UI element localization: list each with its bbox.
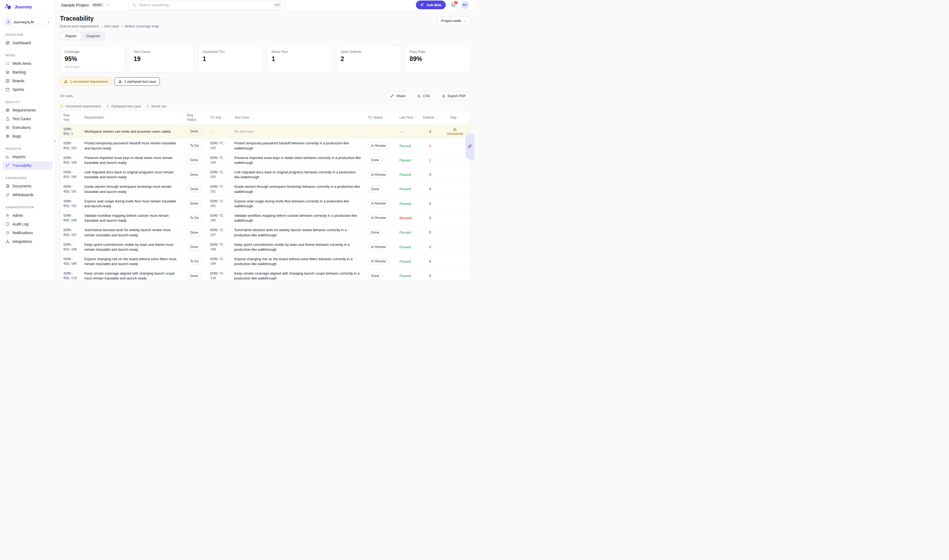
defects-cell: 1	[420, 138, 440, 153]
sidebar-item-bugs[interactable]: Bugs	[3, 132, 53, 140]
column-header-last-run[interactable]: Last Run↑↓	[396, 111, 420, 125]
table-row[interactable]: DEMO-REQ-109Expose changing risk on the …	[60, 254, 470, 269]
test-cases-icon	[5, 117, 10, 121]
last-run-cell: Passed	[396, 153, 420, 168]
project-selector[interactable]: Sample Project DEMO	[61, 3, 110, 7]
sidebar-item-audit-log[interactable]: Audit Log	[3, 220, 53, 228]
scope-selector[interactable]: Project-wide	[437, 17, 470, 25]
global-search[interactable]: ⌘K	[129, 0, 285, 10]
search-input[interactable]	[139, 3, 271, 7]
req-key-cell: DEMO-REQ-105	[60, 168, 81, 182]
req-status-badge: To Do	[187, 258, 202, 265]
gap-cell	[440, 182, 470, 197]
requirement-cell: Validate workflow mapping before cutover…	[81, 211, 183, 225]
sidebar-item-sprints[interactable]: Sprints	[3, 85, 53, 94]
table-row[interactable]: DEMO-REQ-110Keep smoke coverage aligned …	[60, 269, 470, 280]
sidebar-item-requirements[interactable]: Requirements	[3, 106, 53, 114]
table-row[interactable]: DEMO-REQ-105Link migrated docs back to o…	[60, 168, 470, 182]
tc-status-badge: In Review	[368, 244, 389, 251]
workspace-selector[interactable]: J JourneyALM	[3, 17, 53, 26]
ai-assistant-tab[interactable]	[465, 134, 474, 160]
column-header-test-case[interactable]: Test Case↑↓	[231, 111, 365, 125]
sidebar-item-admin[interactable]: Admin	[3, 211, 53, 220]
req-status-badge: Done	[187, 171, 201, 178]
chevron-updown-icon	[47, 20, 50, 24]
alert-chip-warning[interactable]: 1 uncovered requirement	[60, 77, 112, 86]
user-avatar[interactable]: RT	[461, 1, 469, 9]
export-pdf-button[interactable]: Export PDF	[437, 92, 470, 100]
table-row[interactable]: DEMO-REQ-108Keep sprint commitments visi…	[60, 240, 470, 254]
ask-bob-button[interactable]: Ask Bob	[416, 0, 446, 9]
requirement-cell: Guide owners through workspace bootstrap…	[81, 182, 183, 197]
table-row[interactable]: DEMO-REQ-1Workspace owners can invite an…	[60, 125, 470, 138]
sort-icon[interactable]: ↑↓	[76, 116, 78, 119]
sort-icon[interactable]: ↑↓	[435, 116, 437, 119]
sidebar-item-label: Requirements	[12, 108, 36, 112]
chevron-down-icon	[106, 3, 110, 7]
defects-count: 1	[429, 144, 431, 148]
tab-diagram[interactable]: Diagram	[82, 32, 105, 40]
table-toolbar: 20 rows Share CSV	[60, 92, 470, 100]
notifications-button[interactable]: 7	[451, 2, 456, 8]
sidebar-item-notifications[interactable]: Notifications	[3, 228, 53, 237]
sidebar-item-label: Integrations	[12, 240, 32, 244]
stat-label: Pass Rate	[410, 50, 465, 54]
tab-report[interactable]: Report	[61, 32, 81, 40]
req-key: DEMO-REQ-102	[63, 199, 78, 209]
tc-key-cell: DEMO-TC-104	[207, 153, 231, 168]
sort-icon[interactable]: ↑↓	[202, 116, 203, 119]
legend-dot	[146, 105, 149, 108]
test-case-cell: Expose seat usage during invite flow beh…	[231, 197, 365, 211]
column-header-gap[interactable]: Gap↑↓	[440, 111, 470, 125]
last-run-status: Passed	[399, 230, 411, 234]
table-row[interactable]: DEMO-REQ-102Expose seat usage during inv…	[60, 197, 470, 211]
sidebar-item-integrations[interactable]: Integrations	[3, 237, 53, 246]
column-header-req-key[interactable]: Req Key↑↓	[60, 111, 81, 125]
sort-icon[interactable]: ↑↓	[384, 116, 386, 119]
test-case-cell: Validate workflow mapping before cutover…	[231, 211, 365, 225]
share-button[interactable]: Share	[386, 92, 410, 100]
sidebar-item-boards[interactable]: Boards	[3, 77, 53, 85]
sidebar-item-reports[interactable]: Reports	[3, 152, 53, 161]
table-row[interactable]: DEMO-REQ-103Protect temporary-password h…	[60, 138, 470, 153]
tc-status-badge: Done	[368, 229, 382, 236]
csv-label: CSV	[423, 94, 430, 98]
sort-icon[interactable]: ↑↓	[223, 116, 225, 119]
sort-icon[interactable]: ↑↓	[414, 116, 416, 119]
column-header-tc-key[interactable]: TC Key↑↓	[207, 111, 231, 125]
column-header-tc-status[interactable]: TC Status↑↓	[365, 111, 396, 125]
csv-button[interactable]: CSV	[413, 92, 434, 100]
table-row[interactable]: DEMO-REQ-104Preserve imported issue keys…	[60, 153, 470, 168]
table-row[interactable]: DEMO-REQ-101Guide owners through workspa…	[60, 182, 470, 197]
sidebar-item-work-items[interactable]: Work Items	[3, 59, 53, 68]
sidebar-item-test-cases[interactable]: Test Cases	[3, 114, 53, 123]
req-status-badge: To Do	[187, 142, 202, 149]
column-header-req-status[interactable]: Req Status↑↓	[183, 111, 207, 125]
table-row[interactable]: DEMO-REQ-107Summarise blocked work for w…	[60, 225, 470, 240]
requirement-cell: Protect temporary-password handoff must …	[81, 138, 183, 153]
sidebar-item-documents[interactable]: Documents	[3, 182, 53, 191]
sidebar-item-executions[interactable]: Executions	[3, 123, 53, 132]
sidebar-item-label: Audit Log	[12, 222, 28, 226]
sidebar-item-traceability[interactable]: Traceability	[3, 161, 53, 170]
sidebar-collapse-button[interactable]	[53, 135, 58, 146]
topbar-right: Ask Bob 7 RT	[416, 0, 469, 9]
column-header-defects[interactable]: Defects↑↓	[420, 111, 440, 125]
brand-logo: Journey	[0, 0, 55, 14]
column-header-requirement[interactable]: Requirement↑↓	[81, 111, 183, 125]
sort-icon[interactable]: ↑↓	[105, 116, 107, 119]
alert-chip-neutral[interactable]: 1 orphaned test case	[114, 77, 160, 86]
sidebar-item-backlog[interactable]: Backlog	[3, 68, 53, 77]
sidebar-item-dashboard[interactable]: Dashboard	[3, 38, 53, 47]
sort-icon[interactable]: ↑↓	[251, 116, 253, 119]
sort-icon[interactable]: ↑↓	[458, 116, 460, 119]
table-row[interactable]: DEMO-REQ-106Validate workflow mapping be…	[60, 211, 470, 225]
last-run-status: Passed	[399, 202, 411, 206]
export-pdf-label: Export PDF	[448, 94, 466, 98]
req-status-cell: Done	[183, 225, 207, 240]
tc-key: DEMO-TC-107	[210, 228, 228, 237]
sidebar-item-whiteboards[interactable]: Whiteboards	[3, 191, 53, 199]
column-header-content: Requirement↑↓	[85, 115, 180, 120]
stat-label: Orphaned TCs	[202, 50, 259, 54]
stat-value: 95%	[65, 55, 120, 63]
